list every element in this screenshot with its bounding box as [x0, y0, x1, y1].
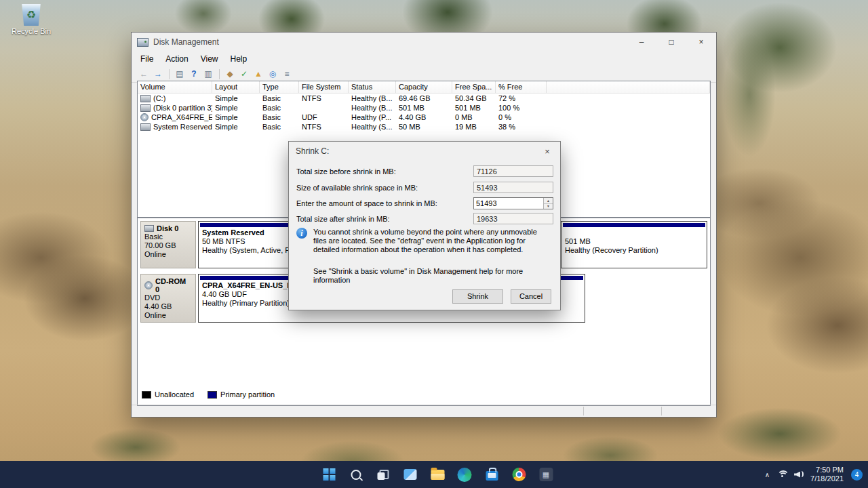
shrink-amount-label: Enter the amount of space to shrink in M…	[296, 199, 437, 207]
shrink-amount-input[interactable]	[474, 198, 543, 209]
clock-date: 7/18/2021	[810, 474, 844, 483]
help-icon[interactable]: ?	[187, 68, 201, 80]
dialog-close-icon[interactable]: ×	[534, 142, 560, 161]
column-header-layout[interactable]: Layout	[212, 81, 260, 93]
help-text: See "Shrink a basic volume" in Disk Mana…	[313, 267, 552, 285]
column-header-file-system[interactable]: File System	[299, 81, 349, 93]
dialog-titlebar[interactable]: Shrink C: ×	[289, 142, 560, 161]
store-button[interactable]	[481, 464, 503, 486]
primary-partition-swatch	[208, 391, 217, 399]
recycle-bin-label: Recycle Bin	[8, 27, 54, 35]
toolbar-separator	[219, 69, 220, 79]
explore-icon[interactable]: ◎	[266, 68, 279, 80]
start-button[interactable]	[318, 464, 340, 486]
close-button[interactable]: ×	[686, 33, 716, 52]
details-icon[interactable]: ≡	[280, 68, 294, 80]
start-icon	[323, 468, 335, 481]
up-icon[interactable]: ▲	[252, 68, 265, 80]
menu-action[interactable]: Action	[159, 54, 194, 64]
console-tree-icon[interactable]: ▤	[173, 68, 186, 80]
minimize-button[interactable]: –	[627, 33, 656, 52]
total-size-before-label: Total size before shrink in MB:	[296, 167, 396, 176]
partition-recovery[interactable]: 501 MB Healthy (Recovery Partition)	[561, 221, 707, 268]
search-button[interactable]	[345, 464, 368, 486]
check-icon[interactable]: ✓	[237, 68, 251, 80]
recycle-bin[interactable]: ♻ Recycle Bin	[8, 4, 54, 35]
screen: ♻ Recycle Bin Disk Management – □ × File…	[0, 0, 868, 488]
info-icon: i	[296, 228, 307, 239]
table-row[interactable]: (C:) Simple Basic NTFS Healthy (B... 69.…	[138, 94, 710, 103]
table-row[interactable]: (Disk 0 partition 3) Simple Basic Health…	[138, 103, 710, 113]
volume-icon	[140, 95, 151, 102]
info-text: You cannot shrink a volume beyond the po…	[313, 228, 552, 254]
table-row[interactable]: CPRA_X64FRE_EN-... Simple Basic UDF Heal…	[138, 113, 710, 122]
pinned-app-icon: ▦	[539, 468, 553, 481]
taskbar: ▦ ∧ 7:50 PM 7/18/2021 4	[0, 461, 868, 488]
shrink-button[interactable]: Shrink	[452, 289, 503, 304]
notification-badge[interactable]: 4	[851, 469, 863, 481]
file-explorer-button[interactable]	[427, 464, 449, 486]
recycle-bin-icon: ♻	[21, 4, 41, 26]
column-header-capacity[interactable]: Capacity	[396, 81, 452, 93]
disk-0-header[interactable]: Disk 0 Basic 70.00 GB Online	[140, 221, 196, 268]
cd-icon	[140, 113, 149, 121]
column-header-volume[interactable]: Volume	[138, 81, 212, 93]
clock[interactable]: 7:50 PM 7/18/2021	[810, 466, 844, 483]
column-header-type[interactable]: Type	[260, 81, 299, 93]
status-bar	[132, 405, 716, 417]
volume-icon[interactable]	[794, 470, 804, 479]
total-size-before-value: 71126	[473, 165, 553, 177]
volume-icon	[140, 104, 151, 112]
search-icon	[351, 470, 361, 480]
available-shrink-space-value: 51493	[473, 182, 553, 193]
total-size-after-label: Total size after shrink in MB:	[296, 215, 390, 223]
table-row[interactable]: System Reserved Simple Basic NTFS Health…	[138, 122, 710, 131]
volume-icon	[140, 123, 151, 131]
dialog-title: Shrink C:	[296, 146, 329, 156]
disk-management-app-icon	[137, 38, 149, 47]
column-header-pct-free[interactable]: % Free	[496, 81, 547, 93]
menu-view[interactable]: View	[195, 54, 224, 64]
column-header-status[interactable]: Status	[349, 81, 396, 93]
unallocated-swatch	[142, 391, 151, 399]
spinner-down-icon[interactable]: ▼	[544, 204, 553, 209]
widgets-button[interactable]	[399, 464, 422, 486]
available-shrink-space-label: Size of available shrink space in MB:	[296, 184, 418, 192]
edge-button[interactable]	[454, 464, 476, 486]
column-header-filler	[547, 81, 710, 93]
total-size-after-value: 19633	[473, 213, 553, 224]
maximize-button[interactable]: □	[656, 33, 686, 52]
cd-icon	[144, 281, 153, 289]
network-icon[interactable]	[777, 470, 788, 479]
chrome-button[interactable]	[508, 464, 530, 486]
disk-icon	[144, 225, 154, 232]
menu-file[interactable]: File	[134, 54, 159, 64]
tray-chevron-up-icon[interactable]: ∧	[764, 471, 771, 479]
store-icon	[486, 471, 498, 481]
legend-label: Unallocated	[155, 390, 194, 399]
cancel-button[interactable]: Cancel	[511, 289, 551, 304]
shrink-volume-dialog: Shrink C: × Total size before shrink in …	[288, 141, 561, 310]
chrome-icon	[512, 468, 526, 481]
volume-list-header: Volume Layout Type File System Status Ca…	[138, 81, 710, 94]
file-explorer-icon	[431, 470, 444, 480]
pinned-app-button[interactable]: ▦	[535, 464, 557, 486]
forward-icon[interactable]: →	[151, 68, 165, 80]
legend-label: Primary partition	[220, 390, 275, 399]
column-header-free-space[interactable]: Free Spa...	[452, 81, 496, 93]
alert-icon[interactable]: ◆	[223, 68, 237, 80]
back-icon[interactable]: ←	[137, 68, 151, 80]
menu-bar: File Action View Help	[132, 52, 716, 66]
clock-time: 7:50 PM	[810, 466, 844, 474]
window-titlebar[interactable]: Disk Management – □ ×	[132, 33, 716, 52]
spinner-up-icon[interactable]: ▲	[544, 198, 553, 204]
cdrom-0-header[interactable]: CD-ROM 0 DVD 4.40 GB Online	[140, 274, 196, 323]
widgets-icon	[404, 469, 417, 480]
action-pane-icon[interactable]: ▥	[201, 68, 215, 80]
legend: Unallocated Primary partition	[142, 390, 275, 399]
toolbar-separator	[169, 69, 170, 79]
task-view-icon	[378, 470, 389, 480]
task-view-button[interactable]	[372, 464, 395, 486]
window-title: Disk Management	[153, 37, 219, 47]
menu-help[interactable]: Help	[224, 54, 254, 64]
